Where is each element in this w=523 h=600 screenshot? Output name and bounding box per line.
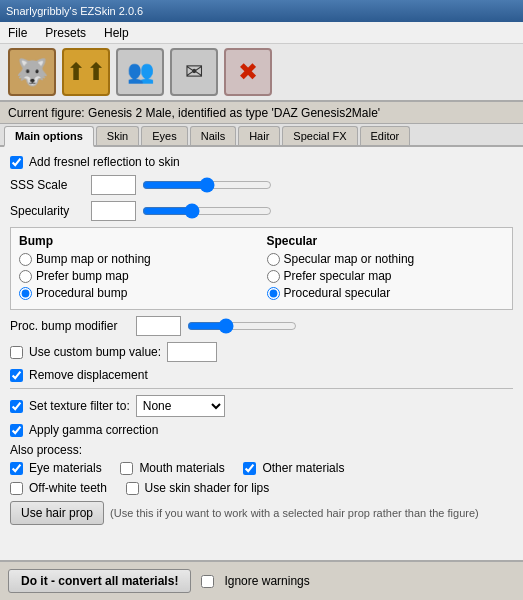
sss-scale-slider[interactable] [142, 176, 272, 194]
specularity-slider[interactable] [142, 202, 272, 220]
sss-scale-row: SSS Scale 1.50 [10, 175, 513, 195]
toolbar-cancel-button[interactable]: ✖ [224, 48, 272, 96]
specular-option-prefer: Prefer specular map [267, 269, 505, 283]
tab-bar: Main options Skin Eyes Nails Hair Specia… [0, 124, 523, 147]
bump-specular-section: Bump Bump map or nothing Prefer bump map… [10, 227, 513, 310]
ignore-warnings-checkbox[interactable] [201, 575, 214, 588]
remove-displacement-row: Remove displacement [10, 368, 513, 382]
convert-materials-button[interactable]: Do it - convert all materials! [8, 569, 191, 593]
remove-displacement-label: Remove displacement [29, 368, 148, 382]
custom-bump-checkbox[interactable] [10, 346, 23, 359]
wolf-icon: 🐺 [16, 57, 48, 88]
menu-help[interactable]: Help [100, 24, 133, 42]
proc-bump-modifier-row: Proc. bump modifier 1.00 [10, 316, 513, 336]
also-process-label: Also process: [10, 443, 513, 457]
texture-filter-row: Set texture filter to: None Bilinear Tri… [10, 395, 513, 417]
menu-bar: File Presets Help [0, 22, 523, 44]
specularity-label: Specularity [10, 204, 85, 218]
specular-option-nothing: Specular map or nothing [267, 252, 505, 266]
toolbar: 🐺 ⬆⬆ 👥 ✉ ✖ [0, 44, 523, 102]
bump-nothing-radio[interactable] [19, 253, 32, 266]
specularity-input[interactable]: 1.10 [91, 201, 136, 221]
bump-procedural-label: Procedural bump [36, 286, 127, 300]
fresnel-checkbox[interactable] [10, 156, 23, 169]
toolbar-mail-button[interactable]: ✉ [170, 48, 218, 96]
other-materials-label: Other materials [262, 461, 344, 475]
bump-nothing-label: Bump map or nothing [36, 252, 151, 266]
bump-option-nothing: Bump map or nothing [19, 252, 257, 266]
separator-1 [10, 388, 513, 389]
current-figure-bar: Current figure: Genesis 2 Male, identifi… [0, 102, 523, 124]
hair-prop-row: Use hair prop (Use this if you want to w… [10, 501, 513, 525]
specular-nothing-radio[interactable] [267, 253, 280, 266]
menu-file[interactable]: File [4, 24, 31, 42]
sss-scale-label: SSS Scale [10, 178, 85, 192]
custom-bump-row: Use custom bump value: 0.000 [10, 342, 513, 362]
specular-column: Specular Specular map or nothing Prefer … [267, 234, 505, 303]
tab-hair[interactable]: Hair [238, 126, 280, 145]
custom-bump-value-input[interactable]: 0.000 [167, 342, 217, 362]
title-bar: Snarlygribbly's EZSkin 2.0.6 [0, 0, 523, 22]
tab-eyes[interactable]: Eyes [141, 126, 187, 145]
specular-nothing-label: Specular map or nothing [284, 252, 415, 266]
mouth-materials-checkbox[interactable] [120, 462, 133, 475]
toolbar-people-button[interactable]: 👥 [116, 48, 164, 96]
specularity-row: Specularity 1.10 [10, 201, 513, 221]
menu-presets[interactable]: Presets [41, 24, 90, 42]
tab-main-options[interactable]: Main options [4, 126, 94, 147]
tab-nails[interactable]: Nails [190, 126, 236, 145]
tab-editor[interactable]: Editor [360, 126, 411, 145]
fresnel-label: Add fresnel reflection to skin [29, 155, 180, 169]
gamma-correction-label: Apply gamma correction [29, 423, 158, 437]
app-title: Snarlygribbly's EZSkin 2.0.6 [6, 5, 143, 17]
gamma-correction-checkbox[interactable] [10, 424, 23, 437]
bump-procedural-radio[interactable] [19, 287, 32, 300]
sss-scale-input[interactable]: 1.50 [91, 175, 136, 195]
chevron-up-icon: ⬆⬆ [66, 58, 106, 86]
specular-procedural-radio[interactable] [267, 287, 280, 300]
tab-special-fx[interactable]: Special FX [282, 126, 357, 145]
proc-bump-label: Proc. bump modifier [10, 319, 130, 333]
specular-prefer-radio[interactable] [267, 270, 280, 283]
fresnel-row: Add fresnel reflection to skin [10, 155, 513, 169]
tab-skin[interactable]: Skin [96, 126, 139, 145]
off-white-teeth-label: Off-white teeth [29, 481, 107, 495]
x-circle-icon: ✖ [238, 58, 258, 86]
bottom-bar: Do it - convert all materials! Ignore wa… [0, 560, 523, 600]
specular-option-procedural: Procedural specular [267, 286, 505, 300]
hair-prop-hint: (Use this if you want to work with a sel… [110, 507, 479, 519]
other-materials-checkbox[interactable] [243, 462, 256, 475]
toolbar-wolf-button[interactable]: 🐺 [8, 48, 56, 96]
current-figure-value: Genesis 2 Male, identified as type 'DAZ … [88, 106, 380, 120]
hair-prop-button[interactable]: Use hair prop [10, 501, 104, 525]
gamma-correction-row: Apply gamma correction [10, 423, 513, 437]
off-white-teeth-checkbox[interactable] [10, 482, 23, 495]
bump-title: Bump [19, 234, 257, 248]
current-figure-label: Current figure: [8, 106, 85, 120]
texture-filter-select[interactable]: None Bilinear Trilinear Mipmapped [136, 395, 225, 417]
eye-materials-checkbox[interactable] [10, 462, 23, 475]
texture-filter-label: Set texture filter to: [29, 399, 130, 413]
ignore-warnings-label: Ignore warnings [224, 574, 309, 588]
bump-option-prefer: Prefer bump map [19, 269, 257, 283]
also-process-row1: Eye materials Mouth materials Other mate… [10, 461, 513, 475]
toolbar-rank-button[interactable]: ⬆⬆ [62, 48, 110, 96]
specular-procedural-label: Procedural specular [284, 286, 391, 300]
app-window: Snarlygribbly's EZSkin 2.0.6 File Preset… [0, 0, 523, 600]
mouth-materials-label: Mouth materials [139, 461, 224, 475]
texture-filter-checkbox[interactable] [10, 400, 23, 413]
people-icon: 👥 [127, 59, 154, 85]
tab-content-main-options: Add fresnel reflection to skin SSS Scale… [0, 147, 523, 539]
skin-shader-lips-checkbox[interactable] [126, 482, 139, 495]
skin-shader-lips-label: Use skin shader for lips [145, 481, 270, 495]
proc-bump-input[interactable]: 1.00 [136, 316, 181, 336]
proc-bump-slider[interactable] [187, 317, 297, 335]
custom-bump-label: Use custom bump value: [29, 345, 161, 359]
bump-prefer-label: Prefer bump map [36, 269, 129, 283]
bump-prefer-radio[interactable] [19, 270, 32, 283]
bump-option-procedural: Procedural bump [19, 286, 257, 300]
bump-column: Bump Bump map or nothing Prefer bump map… [19, 234, 257, 303]
remove-displacement-checkbox[interactable] [10, 369, 23, 382]
also-process-section: Also process: Eye materials Mouth materi… [10, 443, 513, 495]
eye-materials-label: Eye materials [29, 461, 102, 475]
